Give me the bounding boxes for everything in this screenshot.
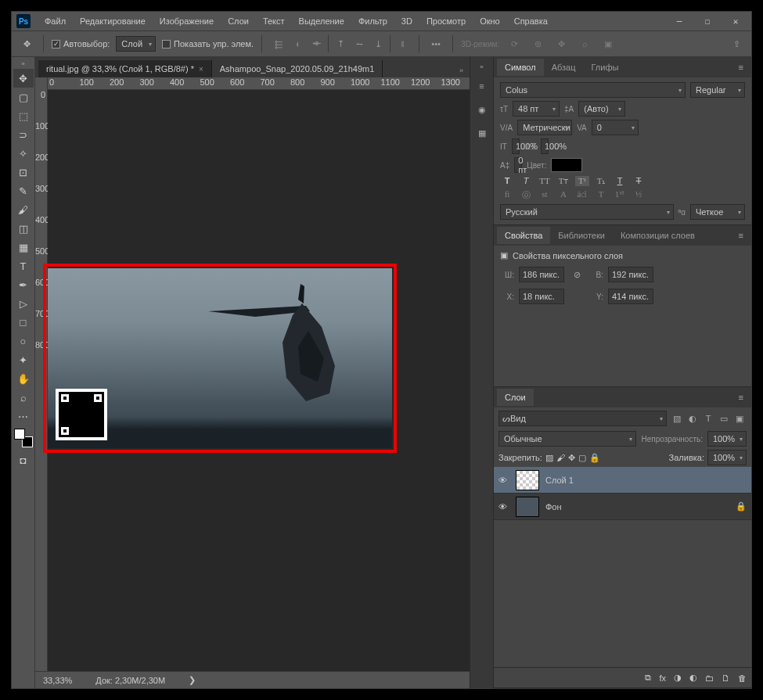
align-center-h-icon[interactable]: ⫞ xyxy=(289,35,306,52)
visibility-icon[interactable]: 👁 xyxy=(498,502,509,512)
move-tool[interactable]: ✥ xyxy=(13,69,34,88)
font-size-input[interactable]: 48 пт xyxy=(513,101,560,117)
layer-filter-dropdown[interactable]: ᔕ Вид xyxy=(498,411,667,426)
align-bottom-icon[interactable]: ⤓ xyxy=(369,35,387,52)
hand-tool[interactable]: ✋ xyxy=(13,369,34,388)
y-input[interactable]: 414 пикс. xyxy=(608,289,653,304)
artboard-tool[interactable]: ▢ xyxy=(13,88,34,106)
align-left-icon[interactable]: ⬱ xyxy=(270,35,287,52)
filter-adjust-icon[interactable]: ◐ xyxy=(686,411,700,425)
filter-type-icon[interactable]: T xyxy=(701,411,715,425)
marquee-tool[interactable]: ⬚ xyxy=(13,106,34,125)
edit-toolbar[interactable]: ⋯ xyxy=(13,407,34,425)
lock-paint-icon[interactable]: 🖌 xyxy=(556,453,565,462)
histogram-icon[interactable]: ≡ xyxy=(473,77,491,95)
tab-active[interactable]: ritual.jpg @ 33,3% (Слой 1, RGB/8#) *× xyxy=(38,60,212,77)
height-input[interactable]: 192 пикс. xyxy=(608,267,653,282)
strike-button[interactable]: T xyxy=(632,176,646,186)
layer-mask-icon[interactable]: ◑ xyxy=(674,673,682,683)
share-icon[interactable]: ⇪ xyxy=(728,35,745,52)
zoom-tool[interactable]: ⌕ xyxy=(13,388,34,407)
text-color-swatch[interactable] xyxy=(551,158,582,172)
maximize-button[interactable]: ☐ xyxy=(701,15,714,27)
lock-all-icon[interactable]: 🔒 xyxy=(589,453,600,463)
eraser-tool[interactable]: ◫ xyxy=(13,219,34,238)
minimize-button[interactable]: ─ xyxy=(673,15,686,27)
pen-tool[interactable]: ✒ xyxy=(13,275,34,294)
adjustment-layer-icon[interactable]: ◐ xyxy=(689,673,697,683)
italic-button[interactable]: T xyxy=(519,176,533,186)
close-button[interactable]: ✕ xyxy=(729,15,742,27)
menu-просмотр[interactable]: Просмотр xyxy=(420,13,472,29)
swash-icon[interactable]: A xyxy=(556,189,570,201)
status-arrow-icon[interactable]: ❯ xyxy=(189,675,196,685)
menu-слои[interactable]: Слои xyxy=(221,13,255,29)
titling-icon[interactable]: ā𝚍 xyxy=(575,189,589,201)
smallcaps-button[interactable]: Tᴛ xyxy=(556,176,570,186)
canvas-viewport[interactable] xyxy=(48,90,470,671)
leading-input[interactable]: (Авто) xyxy=(578,101,625,117)
new-layer-icon[interactable]: 🗋 xyxy=(722,673,730,683)
baseline-input[interactable]: 0 пт xyxy=(514,157,522,173)
lock-position-icon[interactable]: ✥ xyxy=(568,453,575,463)
panel-menu-icon[interactable]: ≡ xyxy=(734,393,748,402)
layer-thumbnail[interactable] xyxy=(516,497,539,517)
toolbox-expand[interactable]: » xyxy=(20,59,26,69)
delete-layer-icon[interactable]: 🗑 xyxy=(738,673,747,683)
fractions-icon[interactable]: ½ xyxy=(632,189,646,201)
layer-name[interactable]: Фон xyxy=(545,502,562,512)
fill-input[interactable]: 100% xyxy=(707,450,747,465)
menu-редактирование[interactable]: Редактирование xyxy=(74,13,152,29)
font-family-dropdown[interactable]: Colus xyxy=(500,82,686,98)
path-select-tool[interactable]: ▷ xyxy=(13,294,34,313)
lock-artboard-icon[interactable]: ▢ xyxy=(578,453,586,463)
autoselect-checkbox[interactable]: Автовыбор: xyxy=(52,39,110,48)
ellipse-tool[interactable]: ○ xyxy=(13,332,34,350)
underline-button[interactable]: T xyxy=(613,176,627,186)
menu-3d[interactable]: 3D xyxy=(395,13,419,29)
gradient-tool[interactable]: ▦ xyxy=(13,238,34,257)
layer-row[interactable]: 👁 Фон 🔒 xyxy=(494,494,751,520)
swatches-icon[interactable]: ▦ xyxy=(473,124,491,142)
color-icon[interactable]: ◉ xyxy=(473,100,491,119)
tab-layers[interactable]: Слои xyxy=(497,389,534,406)
tabs-overflow[interactable]: » xyxy=(453,63,470,77)
zoom-level[interactable]: 33,33% xyxy=(43,676,72,685)
opacity-input[interactable]: 100% xyxy=(707,431,747,447)
group-icon[interactable]: 🗀 xyxy=(705,673,714,683)
layer-fx-icon[interactable]: fx xyxy=(659,673,666,683)
tab-glyphs[interactable]: Глифы xyxy=(584,59,627,76)
quick-select-tool[interactable]: ✧ xyxy=(13,144,34,163)
visibility-icon[interactable]: 👁 xyxy=(498,476,509,485)
ornament-icon[interactable]: ⓞ xyxy=(519,189,533,201)
ligature-fi-icon[interactable]: fi xyxy=(500,189,514,201)
scale-3d-icon[interactable]: ▣ xyxy=(599,35,617,52)
x-input[interactable]: 18 пикс. xyxy=(519,289,564,304)
tab-libraries[interactable]: Библиотеки xyxy=(550,227,613,244)
fg-bg-colors[interactable] xyxy=(14,429,33,447)
align-center-v-icon[interactable]: ⥊ xyxy=(351,35,368,52)
orbit-3d-icon[interactable]: ⟳ xyxy=(506,35,523,52)
more-options-icon[interactable]: ••• xyxy=(427,35,444,52)
layer-name[interactable]: Слой 1 xyxy=(545,476,574,485)
antialias-dropdown[interactable]: Четкое xyxy=(690,204,745,220)
language-dropdown[interactable]: Русский xyxy=(500,204,674,220)
menu-изображение[interactable]: Изображение xyxy=(153,13,220,29)
type-tool[interactable]: T xyxy=(13,257,34,275)
align-top-icon[interactable]: ⤒ xyxy=(332,35,349,52)
rectangle-tool[interactable]: □ xyxy=(13,313,34,332)
menu-текст[interactable]: Текст xyxy=(257,13,291,29)
panel-menu-icon[interactable]: ≡ xyxy=(734,63,748,72)
crop-tool[interactable]: ⊡ xyxy=(13,163,34,181)
document-canvas[interactable] xyxy=(48,268,392,448)
ordinals-icon[interactable]: T xyxy=(594,189,608,201)
lock-transparent-icon[interactable]: ▨ xyxy=(545,453,553,463)
tracking-input[interactable]: 0 xyxy=(592,120,639,135)
menu-фильтр[interactable]: Фильтр xyxy=(352,13,394,29)
subscript-button[interactable]: T₁ xyxy=(594,176,608,186)
zoom-3d-icon[interactable]: ⌕ xyxy=(576,35,593,52)
menu-выделение[interactable]: Выделение xyxy=(293,13,351,29)
tab-layercomps[interactable]: Композиции слоев xyxy=(613,227,703,244)
tab-inactive[interactable]: Ashampoo_Snap_2020.05.09_21h49m1 xyxy=(212,60,383,77)
menu-файл[interactable]: Файл xyxy=(38,13,72,29)
